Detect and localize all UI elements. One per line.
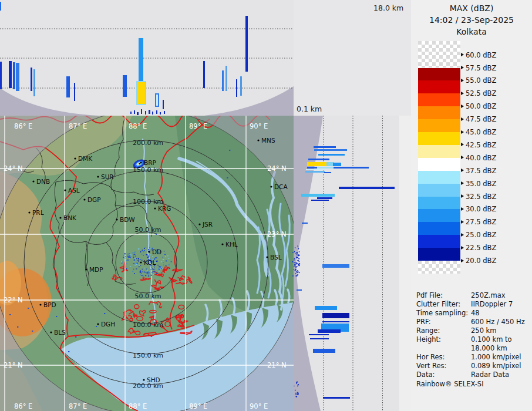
city-marker-dot (39, 304, 41, 305)
echo-speck (56, 316, 57, 317)
echo-speck (75, 336, 76, 338)
meta-value: 0.089 km/pixel (471, 362, 521, 370)
scale-band (418, 106, 460, 120)
echo-dust (156, 110, 157, 114)
latitude-label-left: 24° N (4, 164, 23, 173)
echo-speck (32, 331, 33, 332)
longitude-label-bottom: 86° E (14, 402, 32, 410)
echo-bar (31, 68, 32, 91)
latitude-label-left: 21° N (4, 361, 23, 369)
scale-label: 20.0 dBZ (466, 257, 496, 265)
scale-label: 32.5 dBZ (466, 193, 496, 201)
city-marker-dot (97, 323, 99, 325)
city-marker-dot (97, 176, 99, 177)
height-gridlines (324, 116, 383, 411)
scale-label: 57.5 dBZ (466, 64, 496, 72)
latitude-label-right: 23° N (267, 230, 287, 238)
range-ring-label: 150.0 km (133, 352, 163, 359)
scale-label: 45.0 dBZ (466, 128, 496, 136)
echo-bar (203, 61, 205, 88)
top-profile-echo-bars (0, 2, 248, 115)
echo-dust (141, 109, 142, 114)
echo-speck (96, 326, 97, 327)
echo-bar (314, 146, 336, 148)
echo-dust (160, 112, 161, 114)
range-ring-label: 100.0 km (133, 321, 163, 329)
scale-label: 55.0 dBZ (466, 76, 496, 85)
meta-label: Height: (416, 335, 441, 343)
longitude-label-bottom: 89° E (189, 402, 207, 410)
echo-bar (339, 187, 395, 189)
city-label: DCA (274, 183, 288, 190)
meta-row: Clutter Filter:IIRDoppler 7 (416, 300, 531, 309)
city-marker-dot (74, 157, 76, 159)
scale-label: 27.5 dBZ (466, 218, 496, 226)
city-marker-dot (266, 256, 268, 258)
meta-label: Clutter Filter: (416, 300, 460, 308)
echo-bar (307, 167, 369, 169)
city-marker-dot (221, 243, 223, 245)
echo-dust (145, 111, 146, 114)
city-label: DNB (36, 178, 50, 185)
scale-band (418, 80, 460, 94)
city-label: KOL (144, 259, 156, 266)
meta-value: 250 km (471, 326, 496, 335)
echo-bar (305, 171, 325, 173)
echo-speck (156, 234, 157, 235)
city-marker-dot (148, 251, 150, 252)
scale-band (418, 119, 460, 133)
echo-bar (123, 75, 127, 97)
echo-bar (333, 163, 341, 166)
echo-bar (322, 313, 349, 318)
city-marker-dot (83, 198, 85, 200)
echo-bar (236, 79, 237, 97)
echo-speck (68, 351, 69, 352)
scale-arrow-icon (461, 53, 464, 56)
radar-display: 18.0 km 0.1 km (0, 0, 532, 411)
scale-label: 42.5 dBZ (466, 141, 496, 149)
city-marker-dot (32, 180, 34, 182)
echo-bar (322, 321, 349, 322)
meta-row: Data:Radar Data (416, 370, 531, 379)
scale-label: 60.0 dBZ (466, 51, 496, 59)
city-marker-dot (116, 218, 117, 220)
city-marker-dot (50, 331, 52, 333)
city-marker-dot (198, 223, 200, 225)
scale-arrow-icon (461, 117, 464, 121)
meta-row: Pdf File:250Z.max (416, 291, 531, 300)
range-ring-label: 50.0 km (134, 292, 161, 300)
scale-label: 37.5 dBZ (466, 167, 496, 175)
longitude-label-top: 88° E (129, 122, 147, 130)
echo-bar (313, 349, 335, 353)
city-marker-dot (64, 189, 66, 191)
meta-label: Data: (416, 370, 435, 379)
meta-row: Hor Res:1.000 km/pixel (416, 353, 531, 362)
scale-arrow-icon (461, 169, 464, 172)
scale-arrow-icon (461, 259, 464, 262)
echo-speck (104, 313, 105, 314)
scale-label: 30.0 dBZ (466, 205, 496, 213)
latitude-label-right: 24° N (267, 164, 287, 173)
echo-bar (318, 329, 341, 333)
scale-band (418, 93, 460, 107)
legend-panel: MAX (dBZ) 14:02 / 23-Sep-2025 Kolkata Pd… (411, 0, 532, 411)
echo-speck (17, 326, 18, 328)
software-credit: Rainbow® SELEX-SI (416, 380, 484, 388)
city-marker-dot (140, 161, 142, 163)
meta-value: Radar Data (471, 370, 509, 379)
scale-arrow-icon (461, 194, 464, 198)
meta-row: 18.000 km (416, 344, 531, 353)
echo-bar (0, 62, 2, 89)
city-label: MNS (261, 137, 275, 144)
echo-bar (301, 194, 335, 197)
echo-bar (66, 76, 70, 97)
beam-limit-wedges (0, 86, 294, 116)
scale-band (418, 171, 460, 184)
scale-band (418, 209, 460, 223)
echo-bar (317, 197, 332, 199)
echo-dust (137, 112, 139, 115)
echo-bar (225, 66, 227, 91)
range-ring-label: 200.0 km (133, 139, 163, 147)
echo-speck (229, 150, 230, 151)
scale-label: 47.5 dBZ (466, 115, 496, 123)
